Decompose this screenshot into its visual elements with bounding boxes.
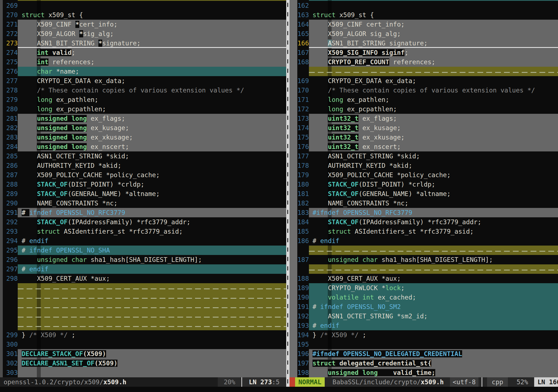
code-line[interactable]: 192 ASN1_OCTET_STRING *sm2_id; bbox=[297, 311, 558, 321]
code-line[interactable]: 273 ASN1_BIT_STRING *signature; bbox=[0, 38, 286, 48]
line-number: 185 bbox=[297, 227, 309, 236]
code-line[interactable]: 177 ASN1_OCTET_STRING *skid; bbox=[297, 151, 558, 161]
code-line[interactable]: 293 struct ASIdentifiers_st *rfc3779_asi… bbox=[0, 227, 286, 236]
code-line[interactable]: 197struct delegated_credential_st{ bbox=[297, 359, 558, 368]
code-line[interactable]: 184 STACK_OF(IPAddressFamily) *rfc3779_a… bbox=[297, 217, 558, 227]
code-line[interactable]: 194} /* X509 */ ; bbox=[297, 330, 558, 340]
code-line[interactable]: 276 char *name; bbox=[0, 67, 286, 76]
code-line[interactable]: 165 X509_ALGOR sig_alg; bbox=[297, 29, 558, 38]
code-line[interactable]: 185 struct ASIdentifiers_st *rfc3779_asi… bbox=[297, 227, 558, 236]
left-editor-pane[interactable]: 269270struct x509_st {271 X509_CINF *cer… bbox=[0, 0, 286, 377]
code-line[interactable]: 169 CRYPTO_EX_DATA ex_data; bbox=[297, 76, 558, 86]
code-line[interactable]: 285 ASN1_OCTET_STRING *skid; bbox=[0, 151, 286, 161]
code-line[interactable]: 168 CRYPTO_REF_COUNT references; bbox=[297, 57, 558, 67]
line-text bbox=[18, 321, 286, 330]
code-line[interactable]: 280 long ex_pcpathlen; bbox=[0, 104, 286, 114]
code-line[interactable]: 188 X509_CERT_AUX *aux; bbox=[297, 274, 558, 283]
diff-filler-line[interactable] bbox=[0, 283, 286, 293]
code-line[interactable]: 302DECLARE_ASN1_SET_OF(X509) bbox=[0, 359, 286, 368]
code-line[interactable]: 284 unsigned long ex_nscert; bbox=[0, 142, 286, 151]
line-text: CRYPTO_REF_COUNT references; bbox=[309, 57, 558, 67]
code-line[interactable]: 296 unsigned char sha1_hash[SHA_DIGEST_L… bbox=[0, 255, 286, 264]
code-line[interactable]: 186# endif bbox=[297, 236, 558, 246]
code-line[interactable]: 282 unsigned long ex_kusage; bbox=[0, 123, 286, 133]
code-line[interactable]: 163struct x509_st { bbox=[297, 10, 558, 20]
code-line[interactable]: 281 unsigned long ex_flags; bbox=[0, 114, 286, 123]
code-line[interactable]: 274 int valid; bbox=[0, 48, 286, 57]
code-line[interactable]: 167 X509_SIG_INFO siginf; bbox=[297, 48, 558, 57]
code-line[interactable]: 189 CRYPTO_RWLOCK *lock; bbox=[297, 283, 558, 293]
code-line[interactable]: 164 X509_CINF cert_info; bbox=[297, 20, 558, 29]
line-text: ASN1_BIT_STRING *signature; bbox=[18, 38, 286, 48]
code-line[interactable]: 289 STACK_OF(GENERAL_NAME) *altname; bbox=[0, 189, 286, 198]
code-line[interactable]: 271 X509_CINF *cert_info; bbox=[0, 20, 286, 29]
code-line[interactable]: 180 STACK_OF(DIST_POINT) *crldp; bbox=[297, 180, 558, 189]
code-line[interactable]: 301DECLARE_STACK_OF(X509) bbox=[0, 349, 286, 359]
code-line[interactable]: 275 int references; bbox=[0, 57, 286, 67]
code-line[interactable]: 195 bbox=[297, 340, 558, 349]
line-number: 170 bbox=[297, 86, 309, 95]
code-line[interactable]: 196#ifndef OPENSSL_NO_DELEGATED_CREDENTI… bbox=[297, 349, 558, 359]
code-line[interactable]: 277 CRYPTO_EX_DATA ex_data; bbox=[0, 76, 286, 86]
code-line[interactable]: 171 long ex_pathlen; bbox=[297, 95, 558, 104]
code-line[interactable]: 283 unsigned long ex_xkusage; bbox=[0, 133, 286, 142]
right-gutter-strip[interactable] bbox=[290, 0, 297, 377]
code-line[interactable]: 303 bbox=[0, 368, 286, 377]
code-line[interactable]: 294# endif bbox=[0, 236, 286, 246]
code-line[interactable]: 269 bbox=[0, 1, 286, 10]
line-text: # ifndef OPENSSL_NO_SHA bbox=[18, 246, 286, 255]
code-line[interactable]: 299} /* X509 */ ; bbox=[0, 330, 286, 340]
code-line[interactable]: 181 STACK_OF(GENERAL_NAME) *altname; bbox=[297, 189, 558, 198]
code-line[interactable]: 191# ifndef OPENSSL_NO_SM2 bbox=[297, 302, 558, 311]
right-editor-pane[interactable]: 162163struct x509_st {164 X509_CINF cert… bbox=[297, 0, 558, 377]
code-line[interactable]: 278 /* These contain copies of various e… bbox=[0, 86, 286, 95]
line-text: NAME_CONSTRAINTS *nc; bbox=[309, 198, 558, 208]
code-line[interactable]: 279 long ex_pathlen; bbox=[0, 95, 286, 104]
pane-divider[interactable] bbox=[286, 0, 290, 387]
command-line[interactable] bbox=[0, 387, 558, 392]
code-line[interactable]: 292 STACK_OF(IPAddressFamily) *rfc3779_a… bbox=[0, 217, 286, 227]
code-line[interactable]: 173 uint32_t ex_flags; bbox=[297, 114, 558, 123]
left-scrollbar-strip[interactable] bbox=[0, 0, 3, 377]
code-line[interactable]: 287 X509_POLICY_CACHE *policy_cache; bbox=[0, 170, 286, 180]
line-number: 164 bbox=[297, 20, 309, 29]
code-line[interactable]: 286 AUTHORITY_KEYID *akid; bbox=[0, 161, 286, 170]
code-line[interactable]: 297# endif bbox=[0, 264, 286, 274]
code-line[interactable]: 288 STACK_OF(DIST_POINT) *crldp; bbox=[0, 180, 286, 189]
code-line[interactable]: 295# ifndef OPENSSL_NO_SHA bbox=[0, 246, 286, 255]
code-line[interactable]: 174 uint32_t ex_kusage; bbox=[297, 123, 558, 133]
code-line[interactable]: 193# endif bbox=[297, 321, 558, 330]
code-line[interactable]: 182 NAME_CONSTRAINTS *nc; bbox=[297, 198, 558, 208]
code-line[interactable]: 187 unsigned char sha1_hash[SHA_DIGEST_L… bbox=[297, 255, 558, 264]
line-text: AUTHORITY_KEYID *akid; bbox=[309, 161, 558, 170]
code-line[interactable]: 162 bbox=[297, 1, 558, 10]
code-line[interactable]: 272 X509_ALGOR *sig_alg; bbox=[0, 29, 286, 38]
code-line[interactable]: 290 NAME_CONSTRAINTS *nc; bbox=[0, 198, 286, 208]
code-line[interactable]: 183#ifndef OPENSSL_NO_RFC3779 bbox=[297, 208, 558, 217]
line-text: /* These contain copies of various exten… bbox=[18, 86, 286, 95]
code-line[interactable]: 178 AUTHORITY_KEYID *akid; bbox=[297, 161, 558, 170]
line-number: 162 bbox=[297, 1, 309, 10]
line-text: uint32_t ex_flags; bbox=[309, 114, 558, 123]
diff-filler-line[interactable] bbox=[0, 302, 286, 311]
line-text: uint32_t ex_xkusage; bbox=[309, 133, 558, 142]
diff-filler-line[interactable] bbox=[297, 67, 558, 76]
code-line[interactable]: 175 uint32_t ex_xkusage; bbox=[297, 133, 558, 142]
code-line[interactable]: 300 bbox=[0, 340, 286, 349]
diff-filler-line[interactable] bbox=[297, 264, 558, 274]
diff-filler-line[interactable] bbox=[297, 246, 558, 255]
code-line[interactable]: 198 unsigned long valid_time; bbox=[297, 368, 558, 377]
code-line[interactable]: 298 X509_CERT_AUX *aux; bbox=[0, 274, 286, 283]
code-line[interactable]: 166 ASN1_BIT_STRING signature; bbox=[297, 38, 558, 48]
code-line[interactable]: 190 volatile int ex_cached; bbox=[297, 293, 558, 302]
code-line[interactable]: 291# ifndef OPENSSL_NO_RFC3779 bbox=[0, 208, 286, 217]
diff-filler-line[interactable] bbox=[0, 311, 286, 321]
code-line[interactable]: 170 /* These contain copies of various e… bbox=[297, 86, 558, 95]
code-line[interactable]: 179 X509_POLICY_CACHE *policy_cache; bbox=[297, 170, 558, 180]
diff-filler-line[interactable] bbox=[0, 321, 286, 330]
code-line[interactable]: 176 uint32_t ex_nscert; bbox=[297, 142, 558, 151]
code-line[interactable]: 172 long ex_pcpathlen; bbox=[297, 104, 558, 114]
diff-filler-line[interactable] bbox=[0, 293, 286, 302]
code-line[interactable]: 270struct x509_st { bbox=[0, 10, 286, 20]
line-text bbox=[309, 67, 558, 76]
